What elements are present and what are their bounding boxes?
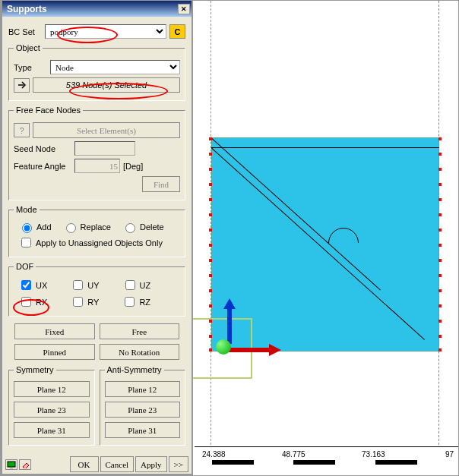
ffn-legend: Free Face Nodes: [14, 106, 83, 115]
node-marker: [438, 320, 442, 323]
node-marker: [438, 153, 442, 156]
apply-unassigned-checkbox[interactable]: [21, 238, 31, 247]
sym-plane12-button[interactable]: Plane 12: [14, 381, 90, 397]
dof-ux[interactable]: UX: [18, 278, 47, 292]
ruler-tick: 48.775: [282, 450, 305, 459]
mode-replace[interactable]: Replace: [62, 221, 111, 233]
ruler-tick: 97: [445, 450, 454, 459]
dof-legend: DOF: [14, 262, 36, 271]
antisymmetry-group: Anti-Symmetry Plane 12 Plane 23 Plane 31: [100, 365, 186, 446]
apply-unassigned[interactable]: Apply to Unassigned Objects Only: [18, 235, 163, 250]
titlebar[interactable]: Supports ✕: [2, 1, 192, 17]
free-button[interactable]: Free: [100, 323, 180, 339]
dof-uy-checkbox[interactable]: [73, 280, 83, 290]
pinned-button[interactable]: Pinned: [14, 344, 95, 360]
node-marker: [438, 198, 442, 201]
node-marker: [209, 183, 212, 186]
feature-angle-input: [74, 159, 120, 173]
seed-node-input: [74, 141, 135, 156]
cancel-button[interactable]: Cancel: [100, 456, 135, 472]
node-marker: [438, 274, 442, 277]
angle-unit: [Deg]: [123, 162, 143, 171]
selection-status[interactable]: 539 Node(s) Selected: [33, 77, 180, 93]
sym-plane23-button[interactable]: Plane 23: [14, 402, 90, 418]
monitor-icon[interactable]: [5, 459, 17, 470]
node-marker: [438, 229, 442, 232]
close-button[interactable]: ✕: [178, 4, 190, 14]
ruler-tick: 24.388: [202, 450, 226, 459]
node-marker: [438, 183, 442, 186]
node-marker: [438, 244, 442, 247]
type-label: Type: [14, 63, 50, 72]
node-marker: [438, 259, 442, 262]
dof-rz-checkbox[interactable]: [125, 297, 135, 307]
asym-plane12-button[interactable]: Plane 12: [105, 381, 181, 397]
ruler-segment: [375, 460, 417, 465]
dof-uz[interactable]: UZ: [122, 278, 151, 292]
eraser-icon[interactable]: [19, 459, 31, 470]
mode-replace-radio[interactable]: [66, 223, 76, 233]
dof-ry[interactable]: RY: [70, 295, 99, 309]
node-marker: [438, 289, 442, 292]
svg-marker-1: [223, 298, 236, 309]
seed-label: Seed Node: [14, 144, 74, 153]
axis-x-arrow-icon: [222, 342, 283, 358]
dialog-title: Supports: [4, 4, 176, 14]
fixed-button[interactable]: Fixed: [14, 323, 95, 339]
asym-plane31-button[interactable]: Plane 31: [105, 422, 181, 438]
node-marker: [209, 244, 212, 247]
model-edge: [211, 147, 439, 148]
find-button: Find: [142, 176, 180, 192]
bcset-select[interactable]: podpory: [45, 24, 166, 39]
antisymmetry-legend: Anti-Symmetry: [105, 365, 164, 374]
ok-button[interactable]: OK: [70, 456, 99, 472]
eraser-svg-icon: [21, 461, 30, 468]
no-rotation-button[interactable]: No Rotation: [100, 344, 180, 360]
dof-uy[interactable]: UY: [70, 278, 99, 292]
dof-group: DOF UX UY UZ RX RY RZ: [8, 262, 185, 317]
pick-button[interactable]: [14, 78, 30, 93]
apply-button[interactable]: Apply: [135, 456, 167, 472]
node-marker: [209, 289, 212, 292]
ruler-tick: 73.163: [362, 450, 385, 459]
sym-plane31-button[interactable]: Plane 31: [14, 422, 90, 438]
type-select[interactable]: Node: [50, 60, 180, 74]
symmetry-group: Symmetry Plane 12 Plane 23 Plane 31: [8, 365, 95, 446]
mode-group: Mode Add Replace Delete Apply to Unassig…: [8, 205, 185, 257]
new-bcset-button[interactable]: C: [169, 24, 185, 39]
dof-rx[interactable]: RX: [18, 295, 47, 309]
angle-label: Feature Angle: [14, 162, 74, 171]
object-legend: Object: [14, 43, 43, 52]
dof-ry-checkbox[interactable]: [73, 297, 83, 307]
origin-sphere-icon: [216, 339, 231, 355]
mode-delete-radio[interactable]: [125, 223, 135, 233]
mode-add-radio[interactable]: [22, 223, 32, 233]
ruler-segment: [293, 460, 335, 465]
node-marker: [438, 335, 442, 338]
dof-rz[interactable]: RZ: [122, 295, 150, 309]
more-button[interactable]: >>: [169, 456, 188, 472]
free-face-nodes-group: Free Face Nodes ? Select Element(s) Seed…: [8, 106, 185, 200]
node-marker: [209, 304, 212, 307]
asym-plane23-button[interactable]: Plane 23: [105, 402, 181, 418]
node-marker: [209, 198, 212, 201]
mode-delete[interactable]: Delete: [122, 221, 164, 233]
node-marker: [209, 274, 212, 277]
object-group: Object Type Node 539 Node(s) Selected: [8, 43, 185, 101]
bcset-label: BC Set: [8, 27, 45, 36]
dof-ux-checkbox[interactable]: [21, 280, 31, 290]
node-marker: [438, 348, 442, 351]
ruler-segment: [212, 460, 254, 465]
select-elements-button: Select Element(s): [33, 122, 180, 138]
viewport-3d[interactable]: 24.388 48.775 73.163 97: [195, 1, 458, 475]
node-marker: [209, 213, 212, 216]
svg-marker-6: [23, 463, 29, 468]
node-marker: [438, 137, 442, 140]
dof-uz-checkbox[interactable]: [125, 280, 135, 290]
arrow-right-icon: [17, 80, 27, 90]
node-marker: [209, 137, 212, 140]
dof-rx-checkbox[interactable]: [21, 297, 31, 307]
node-marker: [438, 213, 442, 216]
mode-add[interactable]: Add: [18, 221, 52, 233]
svg-rect-5: [10, 467, 13, 468]
